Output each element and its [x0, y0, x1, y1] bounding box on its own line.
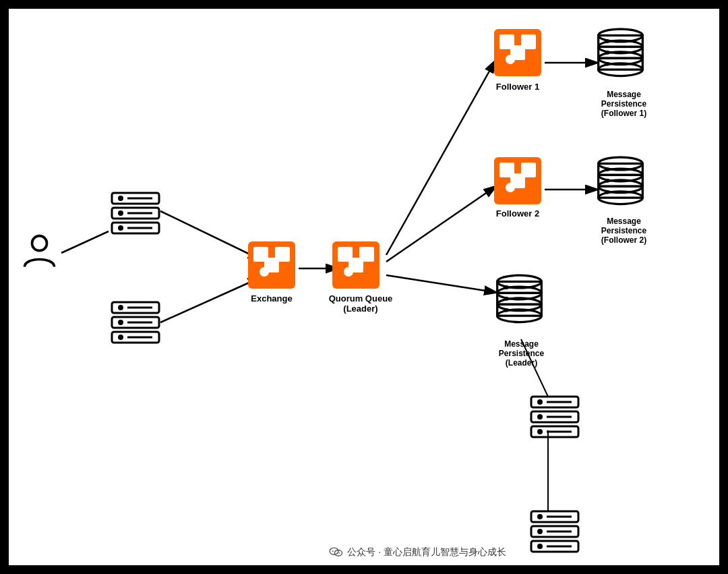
svg-line-1 [160, 211, 258, 258]
server-block-left-top [109, 190, 162, 237]
msg-persist-leader-label: Message Persistence(Leader) [483, 339, 560, 368]
svg-point-22 [118, 305, 123, 310]
svg-point-78 [505, 297, 509, 301]
server-block-left-bottom [109, 299, 162, 346]
svg-line-0 [61, 231, 109, 253]
quorum-queue-label: Quorum Queue (Leader) [320, 293, 401, 314]
svg-point-67 [606, 167, 610, 171]
footer: 公众号 · 童心启航育儿智慧与身心成长 [328, 545, 506, 560]
svg-point-81 [537, 399, 543, 405]
svg-line-5 [386, 188, 494, 262]
exchange-label: Exchange [241, 293, 302, 304]
svg-point-59 [606, 62, 610, 66]
svg-point-102 [337, 552, 338, 554]
server-block-right-mid [528, 393, 582, 440]
svg-point-99 [332, 550, 334, 552]
svg-point-68 [606, 179, 610, 183]
svg-point-57 [606, 39, 610, 43]
server-block-right-bottom [528, 508, 582, 555]
follower2-icon [494, 157, 541, 204]
svg-point-69 [606, 190, 610, 194]
footer-text: 公众号 · 童心启航育儿智慧与身心成长 [347, 546, 506, 558]
follower1-icon [494, 29, 541, 76]
msg-persist-follower1-icon [595, 26, 646, 86]
msg-persist-follower1-label: Message Persistence(Follower 1) [585, 90, 663, 118]
svg-point-96 [537, 544, 543, 549]
svg-point-39 [344, 267, 353, 277]
follower1-label: Follower 1 [487, 82, 548, 92]
svg-point-84 [537, 414, 543, 420]
svg-point-13 [118, 196, 123, 201]
wechat-icon [328, 545, 343, 560]
msg-persist-follower2-label: Message Persistence(Follower 2) [585, 217, 663, 245]
quorum-queue-icon [332, 241, 380, 289]
svg-point-19 [118, 225, 123, 231]
svg-point-16 [118, 210, 123, 216]
svg-point-58 [606, 51, 610, 55]
svg-point-93 [537, 529, 543, 534]
producer-person-icon [21, 233, 58, 270]
svg-point-79 [505, 308, 509, 312]
svg-point-25 [118, 320, 123, 325]
msg-persist-leader-icon [494, 272, 545, 333]
diagram-container: Exchange Quorum Queue (Leader) Follower … [7, 7, 721, 567]
svg-point-98 [330, 548, 338, 554]
svg-line-4 [386, 63, 494, 255]
svg-point-28 [118, 335, 123, 340]
svg-line-6 [386, 275, 494, 292]
svg-point-34 [260, 267, 269, 277]
follower2-label: Follower 2 [487, 208, 548, 219]
svg-point-90 [537, 514, 543, 519]
svg-point-87 [537, 429, 543, 434]
exchange-icon [248, 241, 295, 289]
svg-point-44 [506, 55, 515, 64]
msg-persist-follower2-icon [595, 154, 646, 214]
svg-point-103 [338, 552, 340, 554]
svg-point-49 [506, 183, 515, 192]
svg-point-77 [505, 285, 509, 289]
svg-point-11 [32, 236, 47, 251]
